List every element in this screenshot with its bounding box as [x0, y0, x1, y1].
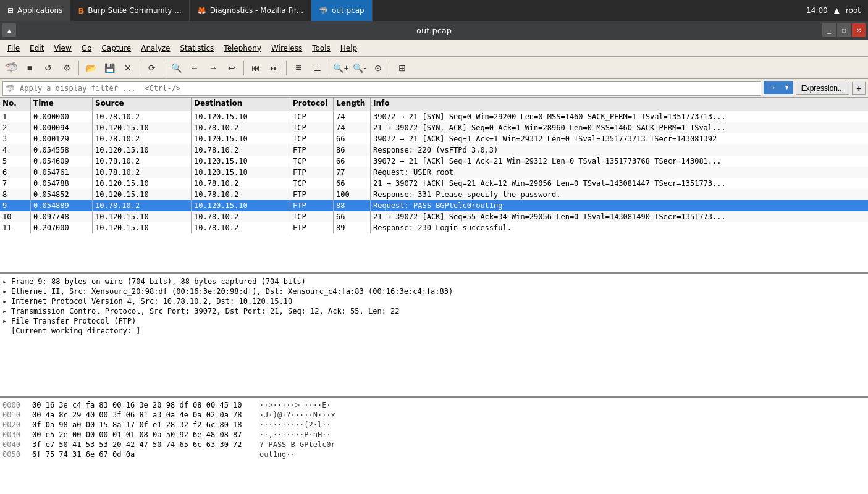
hex-dump: 000000 16 3e c4 fa 83 00 16 3e 20 98 df … — [0, 398, 868, 494]
header-destination: Destination — [192, 98, 290, 111]
filter-apply-button[interactable]: → — [764, 81, 781, 94]
toolbar-find-button[interactable]: 🔍 — [167, 59, 185, 77]
hex-offset: 0040 — [2, 440, 27, 449]
toolbar-forward-button[interactable]: → — [204, 59, 222, 77]
taskbar-item-wireshark[interactable]: 🦈 out.pcap — [311, 0, 373, 21]
packet-list[interactable]: 1 0.000000 10.78.10.2 10.120.15.10 TCP 7… — [0, 111, 868, 272]
packet-list-header: No. Time Source Destination Protocol Len… — [0, 98, 868, 111]
table-row[interactable]: 1 0.000000 10.78.10.2 10.120.15.10 TCP 7… — [0, 111, 868, 122]
detail-row[interactable]: ▸Frame 9: 88 bytes on wire (704 bits), 8… — [2, 277, 866, 287]
hex-ascii: ··········(2·l·· — [259, 421, 331, 429]
table-row[interactable]: 4 0.054558 10.120.15.10 10.78.10.2 FTP 8… — [0, 144, 868, 156]
menu-help[interactable]: Help — [335, 41, 362, 55]
menu-file[interactable]: File — [2, 41, 25, 55]
toolbar-colorize2-button[interactable]: ≣ — [308, 59, 326, 77]
menu-analyze[interactable]: Analyze — [136, 41, 175, 55]
toolbar-close-button[interactable]: ✕ — [119, 59, 137, 77]
toolbar-restart-button[interactable]: ↺ — [40, 59, 57, 77]
menu-capture[interactable]: Capture — [96, 41, 136, 55]
header-info: Info — [371, 98, 868, 111]
menu-go[interactable]: Go — [77, 41, 97, 55]
filter-shark-icon: 🦈 — [3, 84, 17, 93]
header-source: Source — [93, 98, 192, 111]
packet-details: ▸Frame 9: 88 bytes on wire (704 bits), 8… — [0, 274, 868, 398]
toolbar-shark-button[interactable]: 🦈 — [2, 59, 20, 77]
filter-dropdown-button[interactable]: ▼ — [781, 81, 793, 94]
hex-bytes: 3f e7 50 41 53 53 20 42 47 50 74 65 6c 6… — [32, 440, 255, 449]
taskbar-item-diagnostics[interactable]: 🦊 Diagnostics - Mozilla Fir... — [190, 0, 311, 21]
hex-bytes: 0f 0a 98 a0 00 15 8a 17 0f e1 28 32 f2 6… — [32, 421, 255, 429]
burp-label: Burp Suite Community ... — [88, 6, 181, 15]
table-row[interactable]: 7 0.054788 10.120.15.10 10.78.10.2 TCP 6… — [0, 178, 868, 189]
toolbar-save-button[interactable]: 💾 — [101, 59, 118, 77]
toolbar-options-button[interactable]: ⚙ — [58, 59, 75, 77]
menu-wireless[interactable]: Wireless — [266, 41, 307, 55]
table-row[interactable]: 8 0.054852 10.120.15.10 10.78.10.2 FTP 1… — [0, 189, 868, 200]
toolbar-open-button[interactable]: 📂 — [82, 59, 99, 77]
hex-offset: 0000 — [2, 401, 27, 409]
toolbar-last-button[interactable]: ⏭ — [266, 59, 283, 77]
detail-expander-icon: ▸ — [2, 277, 11, 286]
toolbar-sep-4 — [243, 61, 244, 75]
taskbar-item-applications[interactable]: ⊞ Applications — [0, 0, 70, 21]
table-row[interactable]: 11 0.207000 10.120.15.10 10.78.10.2 FTP … — [0, 222, 868, 233]
close-button[interactable]: ✕ — [852, 23, 866, 37]
hex-ascii: ··>·····> ····E· — [259, 401, 331, 409]
detail-text: [Current working directory: ] — [11, 327, 866, 335]
titlebar-controls: _ □ ✕ — [822, 23, 866, 37]
detail-text: Frame 9: 88 bytes on wire (704 bits), 88… — [11, 277, 866, 286]
firefox-icon: 🦊 — [197, 6, 206, 15]
detail-row[interactable]: ▸File Transfer Protocol (FTP) — [2, 316, 866, 326]
diagnostics-label: Diagnostics - Mozilla Fir... — [210, 6, 303, 15]
filter-input[interactable] — [17, 82, 761, 95]
detail-row[interactable]: ▸Ethernet II, Src: Xensourc_20:98:df (00… — [2, 287, 866, 296]
hex-bytes: 6f 75 74 31 6e 67 0d 0a — [32, 450, 255, 459]
toolbar-first-button[interactable]: ⏮ — [247, 59, 264, 77]
minimize-button[interactable]: _ — [822, 23, 836, 37]
hex-ascii: ··,·······P·nH·· — [259, 430, 331, 439]
detail-expander-icon: ▸ — [2, 317, 11, 325]
taskbar-right: 14:00 ▲ root — [799, 0, 868, 21]
menu-statistics[interactable]: Statistics — [175, 41, 219, 55]
add-filter-button[interactable]: + — [852, 82, 866, 95]
table-row[interactable]: 3 0.000129 10.78.10.2 10.120.15.10 TCP 6… — [0, 133, 868, 144]
toolbar-zoomin-button[interactable]: 🔍+ — [332, 59, 350, 77]
toolbar-colorize-button[interactable]: ≡ — [290, 59, 307, 77]
toolbar-sep-1 — [78, 61, 79, 75]
nav-up-button[interactable]: ▲ — [2, 23, 16, 37]
toolbar-resize-button[interactable]: ⊞ — [394, 59, 411, 77]
clock: 14:00 — [806, 6, 828, 15]
titlebar-nav: ▲ — [2, 23, 16, 37]
toolbar-back-button[interactable]: ← — [186, 59, 203, 77]
detail-row[interactable]: [Current working directory: ] — [2, 326, 866, 336]
detail-row[interactable]: ▸Internet Protocol Version 4, Src: 10.78… — [2, 296, 866, 306]
table-row[interactable]: 9 0.054889 10.78.10.2 10.120.15.10 FTP 8… — [0, 200, 868, 211]
toolbar-zoomout-button[interactable]: 🔍- — [351, 59, 368, 77]
detail-expander-icon: ▸ — [2, 287, 11, 296]
hex-bytes: 00 4a 8c 29 40 00 3f 06 81 a3 0a 4e 0a 0… — [32, 411, 255, 419]
toolbar-zoomreset-button[interactable]: ⊙ — [369, 59, 387, 77]
header-time: Time — [31, 98, 93, 111]
detail-row[interactable]: ▸Transmission Control Protocol, Src Port… — [2, 306, 866, 316]
menu-telephony[interactable]: Telephony — [219, 41, 266, 55]
toolbar-sep-7 — [390, 61, 390, 75]
toolbar-reload-button[interactable]: ⟳ — [143, 59, 161, 77]
menubar: File Edit View Go Capture Analyze Statis… — [0, 40, 868, 57]
menu-tools[interactable]: Tools — [307, 41, 335, 55]
toolbar-stop-button[interactable]: ■ — [21, 59, 38, 77]
table-row[interactable]: 5 0.054609 10.78.10.2 10.120.15.10 TCP 6… — [0, 156, 868, 167]
table-row[interactable]: 2 0.000094 10.120.15.10 10.78.10.2 TCP 7… — [0, 122, 868, 133]
menu-edit[interactable]: Edit — [25, 41, 49, 55]
toolbar-goto-button[interactable]: ↩ — [223, 59, 240, 77]
burp-icon: B — [78, 6, 84, 15]
hex-row: 003000 e5 2e 00 00 00 01 01 08 0a 50 92 … — [2, 430, 866, 440]
taskbar-item-burp[interactable]: B Burp Suite Community ... — [70, 0, 189, 21]
expression-button[interactable]: Expression... — [796, 82, 849, 95]
taskbar: ⊞ Applications B Burp Suite Community ..… — [0, 0, 868, 21]
table-row[interactable]: 6 0.054761 10.78.10.2 10.120.15.10 FTP 7… — [0, 167, 868, 178]
table-row[interactable]: 10 0.097748 10.120.15.10 10.78.10.2 TCP … — [0, 211, 868, 222]
detail-text: Internet Protocol Version 4, Src: 10.78.… — [11, 297, 866, 306]
maximize-button[interactable]: □ — [837, 23, 851, 37]
menu-view[interactable]: View — [49, 41, 76, 55]
grid-icon: ⊞ — [7, 6, 14, 15]
